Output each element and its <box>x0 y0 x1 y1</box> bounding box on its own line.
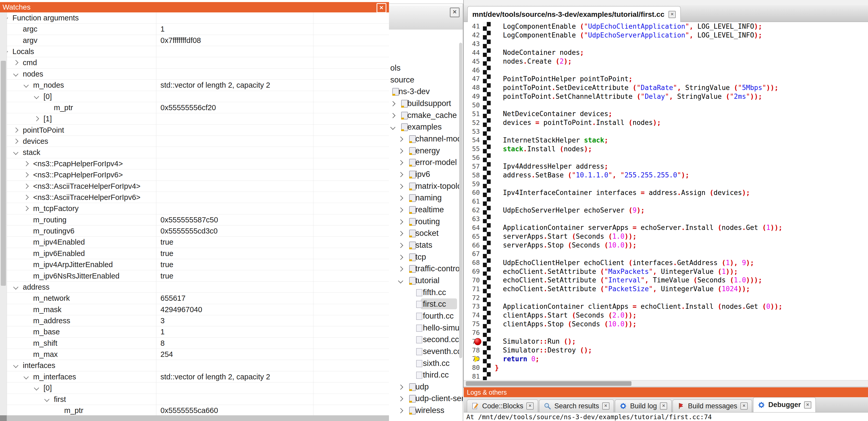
chevron-right-icon[interactable] <box>398 160 403 165</box>
tree-item-matrix-topolo[interactable]: matrix-topolo <box>389 181 463 192</box>
chevron-down-icon[interactable] <box>398 278 403 284</box>
line-number[interactable]: 68 <box>464 259 483 266</box>
code-line-53[interactable]: 53 <box>464 127 868 136</box>
chevron-right-icon[interactable] <box>398 136 403 142</box>
code-line-44[interactable]: 44 NodeContainer nodes; <box>464 48 868 57</box>
chevron-right-icon[interactable] <box>398 396 403 401</box>
watches-horizontal-scrollbar[interactable] <box>0 415 389 421</box>
line-number[interactable]: 45 <box>464 58 483 65</box>
chevron-right-icon[interactable] <box>24 195 29 200</box>
breakpoint-margin[interactable] <box>483 372 491 380</box>
scrollbar-thumb[interactable] <box>466 381 631 386</box>
line-number[interactable]: 46 <box>464 66 483 74</box>
breakpoint-margin[interactable] <box>483 276 491 285</box>
code-line-66[interactable]: 66 serverApps.Stop (Seconds (10.0)); <box>464 241 868 250</box>
chevron-down-icon[interactable] <box>24 374 29 379</box>
breakpoint-margin[interactable] <box>483 241 491 250</box>
tree-item-second-cc[interactable]: second.cc <box>389 334 463 346</box>
line-number[interactable]: 70 <box>464 277 483 284</box>
tree-item-udp[interactable]: udp <box>389 381 463 393</box>
watch-row[interactable]: argc1 <box>0 24 389 35</box>
breakpoint-margin[interactable] <box>483 363 491 372</box>
code-line-60[interactable]: 60 Ipv4InterfaceContainer interfaces = a… <box>464 188 868 197</box>
tree-item-energy[interactable]: energy <box>389 145 463 157</box>
watch-row[interactable]: devices <box>0 136 389 147</box>
code-line-63[interactable]: 63 <box>464 215 868 223</box>
code-line-81[interactable]: 81 <box>464 372 868 380</box>
code-area[interactable]: 41 LogComponentEnable ("UdpEchoClientApp… <box>464 22 868 380</box>
line-number[interactable]: 41 <box>464 23 483 30</box>
tree-item-socket[interactable]: socket <box>389 228 463 239</box>
breakpoint-margin[interactable] <box>483 83 491 92</box>
code-line-55[interactable]: 55 stack.Install (nodes); <box>464 144 868 153</box>
watch-row[interactable]: m_nodesstd::vector of length 2, capacity… <box>0 79 389 91</box>
breakpoint-margin[interactable] <box>483 302 491 311</box>
breakpoint-margin[interactable] <box>483 118 491 127</box>
watch-row[interactable]: m_ipv4ArpJitterEnabledtrue <box>0 259 389 270</box>
code-line-49[interactable]: 49 pointToPoint.SetChannelAttribute ("De… <box>464 92 868 101</box>
tree-item-fourth-cc[interactable]: fourth.cc <box>389 310 463 322</box>
line-number[interactable]: 79 <box>464 355 483 362</box>
breakpoint-margin[interactable] <box>483 101 491 110</box>
chevron-down-icon[interactable] <box>34 94 39 99</box>
line-number[interactable]: 60 <box>464 189 483 196</box>
watch-row[interactable]: m_shift8 <box>0 338 389 349</box>
code-line-48[interactable]: 48 pointToPoint.SetDeviceAttribute ("Dat… <box>464 83 868 92</box>
chevron-right-icon[interactable] <box>398 149 403 154</box>
logs-tab-search-results[interactable]: Search results✕ <box>539 399 614 412</box>
tree-item-examples[interactable]: examples <box>389 121 463 133</box>
watch-row[interactable]: m_tcpFactory <box>0 203 389 214</box>
tree-item-first-cc[interactable]: first.cc <box>389 298 463 310</box>
chevron-right-icon[interactable] <box>398 408 403 413</box>
chevron-right-icon[interactable] <box>398 385 403 390</box>
editor-horizontal-scrollbar[interactable] <box>464 380 868 387</box>
breakpoint-margin[interactable] <box>483 197 491 206</box>
breakpoint-margin[interactable] <box>483 215 491 223</box>
watch-row[interactable]: argv0x7fffffffdf08 <box>0 35 389 46</box>
code-line-47[interactable]: 47 PointToPointHelper pointToPoint; <box>464 74 868 83</box>
tree-item-udp-client-ser[interactable]: udp-client-ser <box>389 393 463 404</box>
code-line-76[interactable]: 76 <box>464 328 868 337</box>
chevron-right-icon[interactable] <box>398 207 403 213</box>
code-line-68[interactable]: 68 UdpEchoClientHelper echoClient (inter… <box>464 258 868 267</box>
tree-item-routing[interactable]: routing <box>389 216 463 228</box>
watch-row[interactable]: m_routing0x555555587c50 <box>0 215 389 226</box>
watch-row[interactable]: cmd <box>0 57 389 68</box>
chevron-right-icon[interactable] <box>390 113 396 118</box>
code-line-79[interactable]: 79 return 0; <box>464 355 868 363</box>
breakpoint-margin[interactable] <box>483 355 491 363</box>
close-icon[interactable]: ✕ <box>450 7 460 17</box>
watch-row[interactable]: stack <box>0 147 389 158</box>
line-number[interactable]: 43 <box>464 40 483 47</box>
tree-item-sixth-cc[interactable]: sixth.cc <box>389 358 463 369</box>
watch-row[interactable]: m_interfacesstd::vector of length 2, cap… <box>0 371 389 383</box>
line-number[interactable]: 72 <box>464 294 483 301</box>
close-icon[interactable]: ✕ <box>602 402 610 410</box>
watch-row[interactable]: m_ipv6Enabledtrue <box>0 248 389 259</box>
tree-item-cmake-cache[interactable]: cmake_cache <box>389 110 463 121</box>
chevron-right-icon[interactable] <box>398 195 403 201</box>
line-number[interactable]: 73 <box>464 302 483 310</box>
watch-row[interactable]: m_mask4294967040 <box>0 304 389 315</box>
line-number[interactable]: 51 <box>464 110 483 118</box>
chevron-right-icon[interactable] <box>398 243 403 248</box>
tree-item-traffic-contro[interactable]: traffic-contro <box>389 263 463 274</box>
breakpoint-margin[interactable] <box>483 223 491 232</box>
tree-item-wireless[interactable]: wireless <box>389 405 463 416</box>
chevron-down-icon[interactable] <box>13 285 19 290</box>
chevron-down-icon[interactable] <box>24 83 29 88</box>
code-line-46[interactable]: 46 <box>464 66 868 74</box>
scrollbar-thumb[interactable] <box>1 61 6 286</box>
watch-row[interactable]: interfaces <box>0 360 389 371</box>
line-number[interactable]: 67 <box>464 250 483 258</box>
line-number[interactable]: 53 <box>464 128 483 135</box>
chevron-right-icon[interactable] <box>13 60 19 65</box>
breakpoint-margin[interactable] <box>483 293 491 302</box>
close-icon[interactable]: ✕ <box>660 402 667 410</box>
tree-item-error-model[interactable]: error-model <box>389 157 463 168</box>
watch-row[interactable]: Function arguments <box>0 12 389 24</box>
tree-item-ols[interactable]: ols <box>389 62 463 74</box>
watch-row[interactable]: Locals <box>0 46 389 57</box>
code-line-58[interactable]: 58 address.SetBase ("10.1.1.0", "255.255… <box>464 171 868 180</box>
line-number[interactable]: 78 <box>464 347 483 354</box>
